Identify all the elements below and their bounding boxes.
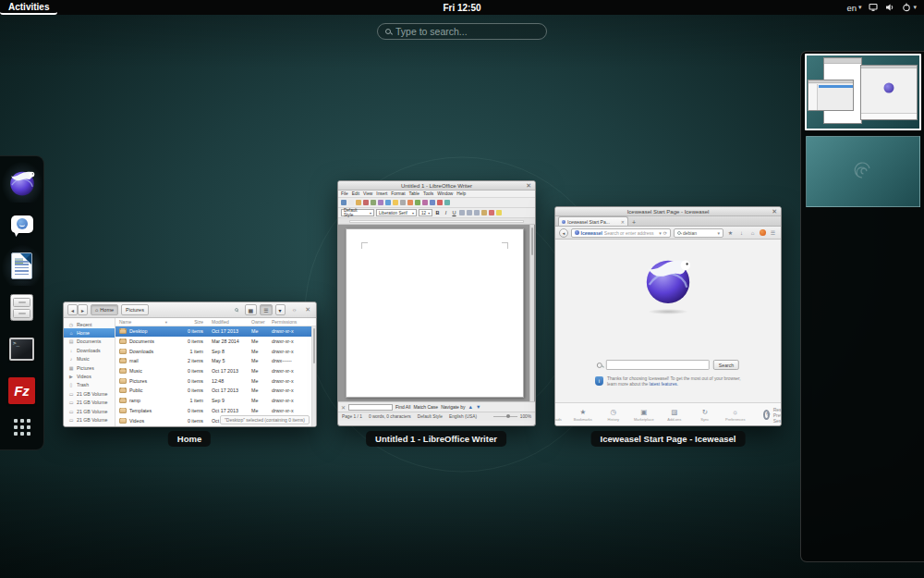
dash-item-filezilla[interactable]: Fz bbox=[2, 370, 43, 411]
sidebar-item[interactable]: ♪ Music bbox=[64, 355, 115, 363]
files-scrollbar[interactable] bbox=[311, 326, 316, 426]
list-button[interactable] bbox=[481, 210, 487, 215]
bold-button[interactable]: B bbox=[434, 210, 441, 215]
sidebar-item[interactable]: ▶ Videos bbox=[64, 372, 115, 380]
menu-item[interactable]: Tools bbox=[423, 191, 433, 196]
activities-button[interactable]: Activities bbox=[0, 0, 57, 15]
writer-document-area[interactable] bbox=[338, 225, 535, 401]
table-row[interactable]: Public 0 items Oct 17 2013 Me drwxr-xr-x bbox=[116, 386, 316, 396]
toolbar-icon[interactable] bbox=[393, 200, 398, 205]
navigate-down-button[interactable]: ▼ bbox=[476, 404, 480, 410]
navigate-up-button[interactable]: ▲ bbox=[468, 404, 473, 410]
home-icon[interactable]: ⌂ bbox=[748, 230, 757, 236]
writer-scrollbar[interactable] bbox=[529, 225, 534, 401]
toolbar-icon[interactable] bbox=[415, 200, 420, 205]
sidebar-item[interactable]: ▭ 21 GB Volume bbox=[64, 399, 115, 407]
display-icon[interactable] bbox=[869, 3, 878, 12]
highlight-button[interactable] bbox=[496, 210, 502, 215]
toolbar-icon[interactable] bbox=[407, 200, 413, 205]
toolbar-icon[interactable] bbox=[444, 200, 450, 205]
table-row[interactable]: Music 0 items Oct 17 2013 Me drwxr-xr-x bbox=[116, 366, 316, 376]
column-header-name[interactable]: Name ▾ bbox=[116, 319, 170, 325]
bottom-toolbar-item[interactable]: ↓ Downloads bbox=[554, 409, 564, 422]
gear-menu-button[interactable]: ☼ bbox=[288, 304, 301, 315]
window-libreoffice-writer[interactable]: Untitled 1 - LibreOffice Writer ✕ FileEd… bbox=[337, 180, 536, 426]
sidebar-item[interactable]: ▯ Trash bbox=[64, 381, 115, 389]
toolbar-icon[interactable] bbox=[437, 200, 443, 205]
column-header-modified[interactable]: Modified bbox=[203, 319, 249, 325]
table-row[interactable]: mail 2 items May 5 Me drwx------ bbox=[116, 356, 316, 366]
toolbar-icon[interactable] bbox=[430, 200, 435, 205]
sidebar-item[interactable]: ▭ 21 GB Volume bbox=[64, 407, 115, 415]
italic-button[interactable]: I bbox=[443, 210, 449, 215]
match-case-checkbox[interactable]: Match Case bbox=[413, 404, 438, 410]
underline-button[interactable]: U bbox=[451, 210, 457, 215]
sidebar-item[interactable]: ⌂ Home bbox=[64, 328, 115, 337]
overview-search-bar[interactable] bbox=[377, 23, 547, 40]
zoom-slider[interactable] bbox=[493, 416, 517, 418]
bottom-toolbar-item[interactable]: ◷ History bbox=[602, 409, 625, 422]
keyboard-layout-menu[interactable]: en ▾ bbox=[846, 3, 861, 13]
new-tab-button[interactable]: + bbox=[628, 219, 639, 226]
table-row[interactable]: Pictures 0 items 12:48 Me drwxr-xr-x bbox=[116, 375, 316, 386]
toolbar-icon[interactable] bbox=[385, 200, 391, 205]
menu-item[interactable]: File bbox=[341, 191, 348, 196]
volume-icon[interactable] bbox=[885, 3, 894, 12]
align-right-button[interactable] bbox=[474, 210, 480, 215]
workspace-thumbnail-1-active[interactable] bbox=[805, 54, 921, 130]
pathbar-home-button[interactable]: ⌂ Home bbox=[91, 304, 118, 315]
search-button[interactable]: Search bbox=[713, 360, 739, 370]
clock-menu[interactable]: Fri 12:50 bbox=[443, 3, 480, 13]
search-field[interactable]: debian ▾ bbox=[674, 228, 723, 238]
table-row[interactable]: ramp 1 item Sep 9 Me drwxr-xr-x bbox=[116, 396, 316, 406]
column-header-permissions[interactable]: Permissions bbox=[272, 319, 310, 325]
toolbar-icon[interactable] bbox=[363, 200, 369, 205]
menu-item[interactable]: Format bbox=[391, 191, 405, 196]
menu-item[interactable]: Help bbox=[456, 191, 466, 196]
sidebar-item[interactable]: ▦ Pictures bbox=[64, 363, 115, 372]
dash-item-empathy[interactable] bbox=[2, 203, 43, 244]
sidebar-item[interactable]: ◷ Recent bbox=[64, 320, 115, 328]
bottom-toolbar-item[interactable]: ☼ Preferences bbox=[724, 409, 747, 422]
chevron-down-icon[interactable]: ▾ bbox=[717, 230, 720, 236]
toolbar-icon[interactable] bbox=[422, 200, 428, 205]
align-center-button[interactable] bbox=[467, 210, 472, 215]
table-row[interactable]: Downloads 1 item Sep 8 Me drwxr-xr-x bbox=[116, 346, 316, 356]
toolbar-icon[interactable] bbox=[356, 200, 361, 205]
dash-item-terminal[interactable]: >_ bbox=[2, 328, 43, 369]
downloads-icon[interactable]: ↓ bbox=[737, 230, 746, 236]
show-applications-button[interactable] bbox=[2, 412, 43, 443]
menu-item[interactable]: Edit bbox=[352, 191, 359, 196]
dash-item-iceweasel[interactable] bbox=[2, 162, 43, 203]
back-button[interactable]: ◂ bbox=[559, 228, 568, 238]
zoom-control[interactable]: 100% bbox=[493, 414, 531, 419]
workspace-thumbnail-2[interactable] bbox=[806, 136, 920, 207]
chevron-down-icon[interactable]: ▾ bbox=[659, 230, 662, 236]
sidebar-item[interactable]: ▭ 21 GB Volume bbox=[64, 389, 115, 398]
bottom-toolbar-item[interactable]: ▣ Marketplace bbox=[633, 409, 655, 422]
sidebar-item[interactable]: ↓ Downloads bbox=[64, 346, 115, 354]
column-header-size[interactable]: Size bbox=[170, 319, 203, 325]
table-row[interactable]: Templates 0 items Oct 17 2013 Me drwxr-x… bbox=[116, 406, 316, 416]
grid-view-button[interactable]: ▦ bbox=[245, 304, 258, 315]
paragraph-style-combo[interactable]: Default Style bbox=[341, 209, 374, 216]
table-row[interactable]: Documents 0 items Mar 28 2014 Me drwxr-x… bbox=[116, 337, 316, 347]
view-options-button[interactable]: ▾ bbox=[275, 304, 286, 315]
forward-button[interactable]: ▸ bbox=[78, 304, 88, 315]
toolbar-icon[interactable] bbox=[400, 200, 406, 205]
find-all-button[interactable]: Find All bbox=[395, 404, 410, 410]
find-input[interactable] bbox=[348, 404, 393, 411]
close-icon[interactable]: ✕ bbox=[341, 404, 346, 411]
align-left-button[interactable] bbox=[459, 210, 465, 215]
toolbar-icon[interactable] bbox=[348, 200, 354, 205]
font-size-combo[interactable]: 12 bbox=[419, 209, 432, 216]
pathbar-pictures-button[interactable]: Pictures bbox=[121, 304, 149, 315]
menu-item[interactable]: Window bbox=[437, 191, 453, 196]
bottom-toolbar-item[interactable]: ▨ Add-ons bbox=[663, 409, 686, 422]
document-page[interactable] bbox=[346, 228, 524, 398]
restore-session-button[interactable]: Restore Previous Session bbox=[763, 407, 782, 424]
close-icon[interactable]: ✕ bbox=[772, 208, 777, 215]
menu-icon[interactable]: ☰ bbox=[769, 229, 777, 236]
toolbar-icon[interactable] bbox=[378, 200, 383, 205]
menu-item[interactable]: Table bbox=[409, 191, 419, 196]
